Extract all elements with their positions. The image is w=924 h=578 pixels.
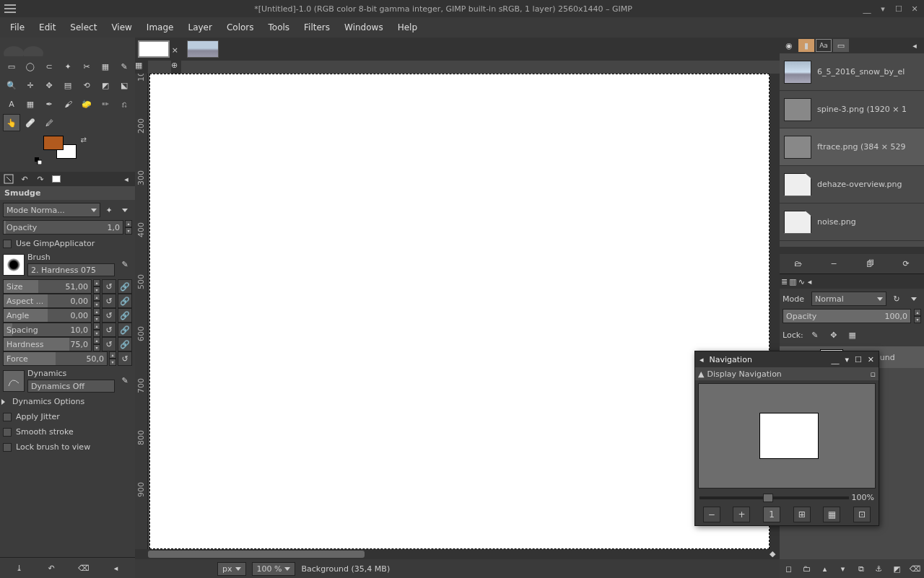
zoom-fit-icon[interactable]: ⊞ (793, 507, 811, 522)
refresh-file-icon[interactable]: ⟳ (899, 257, 913, 271)
tool-19[interactable]: ✏ (97, 95, 114, 113)
lower-icon[interactable]: ▾ (878, 4, 888, 14)
tool-18[interactable]: 🧽 (78, 95, 95, 113)
patterns-tab-icon[interactable]: ▮ (798, 39, 814, 52)
menu-tools[interactable]: Tools (263, 19, 296, 35)
restore-preset-icon[interactable]: ↶ (44, 561, 58, 575)
dynamics-name[interactable]: Dynamics Off (27, 380, 115, 393)
lock-position-icon[interactable]: ✥ (827, 328, 841, 342)
tool-10[interactable]: ▤ (59, 76, 77, 94)
file-item[interactable]: noise.png (780, 203, 924, 241)
hamburger-icon[interactable] (4, 4, 16, 13)
tool-21[interactable]: 👆 (3, 114, 20, 131)
unit-select[interactable]: px (217, 562, 246, 576)
zoom-select[interactable]: 100 % (252, 562, 296, 576)
nav-lower-icon[interactable]: ▾ (845, 355, 849, 364)
use-applicator-check[interactable]: Use GimpApplicator (3, 237, 132, 250)
tool-15[interactable]: ▦ (22, 95, 39, 113)
blend-mode-select[interactable]: Normal (811, 292, 886, 306)
tool-6[interactable]: ✎ (116, 58, 133, 75)
hardness_label-slider[interactable]: Hardness75,0 (3, 337, 92, 351)
dynamics-edit-icon[interactable]: ✎ (118, 374, 132, 388)
hardness_label-link-icon[interactable]: 🔗 (118, 337, 132, 351)
canvas[interactable] (149, 74, 770, 549)
opacity-spin[interactable]: ▴▾ (125, 220, 132, 235)
lock-pixels-icon[interactable]: ✎ (808, 328, 822, 342)
close-tab-icon[interactable]: × (172, 45, 178, 55)
spacing_label-slider[interactable]: Spacing10,0 (3, 323, 92, 337)
delete-preset-icon[interactable]: ⌫ (77, 561, 91, 575)
zoom-fill-icon[interactable]: ▦ (823, 507, 840, 522)
layers-tab-icon[interactable]: ≣ (781, 277, 788, 286)
nav-zoom-slider[interactable] (699, 496, 849, 499)
apply-jitter-check[interactable]: Apply Jitter (3, 411, 132, 423)
force_label-slider[interactable]: Force50,0 (3, 351, 108, 366)
dynamics-thumb[interactable] (3, 370, 25, 392)
reset-preset-icon[interactable]: ◂ (109, 561, 123, 575)
channels-tab-icon[interactable]: ▥ (789, 277, 796, 286)
tool-12[interactable]: ◩ (97, 76, 114, 94)
redo-history-icon[interactable]: ↷ (33, 172, 48, 185)
shrink-wrap-icon[interactable]: ⊡ (853, 507, 871, 522)
layer-opacity-spin[interactable]: ▴▾ (914, 309, 921, 323)
zoom-out-icon[interactable]: − (703, 507, 720, 522)
layers-tab-menu-icon[interactable]: ◂ (808, 277, 812, 286)
minimize-icon[interactable]: __ (862, 4, 872, 14)
nav-menu-icon[interactable]: ◂ (699, 355, 704, 364)
nav-preview[interactable] (698, 383, 876, 489)
brush-thumb[interactable] (3, 254, 25, 276)
size_label-slider[interactable]: Size51,00 (3, 279, 92, 294)
brush-name[interactable]: 2. Hardness 075 (27, 263, 115, 276)
menu-edit[interactable]: Edit (33, 19, 61, 35)
save-preset-icon[interactable]: ⤓ (12, 561, 26, 575)
image-tab-icon[interactable] (49, 172, 64, 185)
tool-14[interactable]: A (3, 95, 20, 113)
tool-16[interactable]: ✒ (40, 95, 58, 113)
tool-17[interactable]: 🖌 (59, 95, 77, 113)
ruler-vertical[interactable]: 100200300400500600700800900 (135, 74, 148, 549)
menu-image[interactable]: Image (141, 19, 180, 35)
menu-help[interactable]: Help (392, 19, 423, 35)
paths-tab-icon[interactable]: ∿ (798, 277, 805, 286)
nav-detach-icon[interactable]: ▫ (871, 369, 876, 379)
nav-close-icon[interactable]: ✕ (868, 355, 874, 364)
image-tab-1[interactable]: × (138, 40, 170, 58)
zoom-in-icon[interactable]: + (733, 507, 750, 522)
duplicate-layer-icon[interactable]: ⧉ (854, 561, 868, 576)
right-tab-menu-icon[interactable]: ◂ (907, 39, 923, 52)
spacing_label-reset-icon[interactable]: ↺ (102, 323, 116, 337)
tool-11[interactable]: ⟲ (78, 76, 95, 94)
close-icon[interactable]: ✕ (910, 4, 920, 14)
tool-options-tab[interactable] (1, 172, 16, 185)
menu-filters[interactable]: Filters (298, 19, 336, 35)
aspect_label-slider[interactable]: Aspect ...0,00 (3, 294, 92, 308)
menu-file[interactable]: File (4, 19, 30, 35)
smooth-stroke-check[interactable]: Smooth stroke (3, 426, 132, 438)
size_label-link-icon[interactable]: 🔗 (118, 279, 132, 294)
history-tab-icon[interactable]: ▭ (833, 39, 849, 52)
new-group-icon[interactable]: 🗀 (800, 561, 814, 576)
foreground-color[interactable] (43, 136, 64, 150)
tool-9[interactable]: ✥ (40, 76, 58, 94)
dynamics-options-expand[interactable]: Dynamics Options (3, 395, 132, 408)
mode-select[interactable]: Mode Norma... (3, 203, 100, 217)
file-item[interactable]: dehaze-overview.png (780, 166, 924, 203)
navigation-panel[interactable]: ◂ Navigation __ ▾ ☐ ✕ ▲ Display Navigati… (694, 351, 879, 526)
tool-23[interactable]: 🖉 (40, 114, 58, 131)
color-swatches[interactable]: ⇄ (43, 136, 87, 166)
delete-layer-icon[interactable]: ⌫ (908, 561, 923, 576)
tool-5[interactable]: ▦ (97, 58, 114, 75)
new-layer-icon[interactable]: ◻ (782, 561, 796, 576)
angle_label-slider[interactable]: Angle0,00 (3, 308, 92, 323)
remove-file-icon[interactable]: − (827, 257, 841, 271)
fonts-tab-icon[interactable]: Aa (816, 39, 832, 52)
mode-switch-icon[interactable]: ↻ (889, 292, 904, 306)
open-file-icon[interactable]: 🗁 (790, 257, 805, 271)
tool-3[interactable]: ✦ (59, 58, 77, 75)
layer-up-icon[interactable]: ▴ (818, 561, 832, 576)
nav-minimize-icon[interactable]: __ (831, 355, 839, 364)
brushes-tab-icon[interactable]: ◉ (781, 39, 797, 52)
undo-history-icon[interactable]: ↶ (17, 172, 32, 185)
opacity-slider[interactable]: Opacity1,0 (3, 220, 123, 235)
tool-1[interactable]: ◯ (22, 58, 39, 75)
